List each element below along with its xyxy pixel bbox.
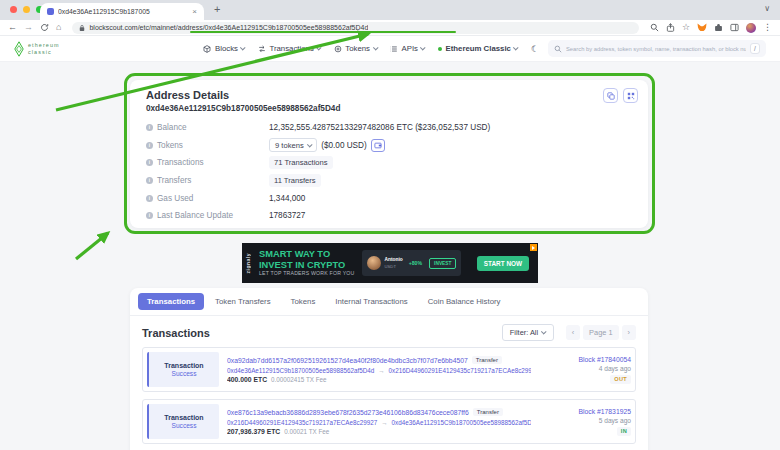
tx-type-badge: Transfer — [473, 408, 503, 416]
tokens-dropdown[interactable]: 9 tokens — [269, 138, 317, 152]
back-button[interactable]: ← — [8, 23, 17, 32]
pagination: ‹ Page 1 › — [566, 325, 636, 340]
site-header: ethereum classic Blocks Transactions Tok… — [0, 36, 780, 62]
metamask-extension-button[interactable] — [697, 23, 707, 32]
ad-cta-button[interactable]: START NOW — [477, 256, 529, 271]
network-status-dot — [438, 47, 442, 51]
tx-to-link[interactable]: 0x216D44960291E4129435c719217a7ECAe8c299… — [389, 367, 531, 374]
address-hash: 0xd4e36Ae112915C9b18700505ee58988562af5D… — [146, 104, 632, 113]
transfers-count-badge[interactable]: 11 Transfers — [269, 174, 321, 187]
dark-mode-toggle[interactable]: ☾ — [531, 44, 539, 54]
info-icon — [146, 177, 153, 184]
tokens-usd-value: ($0.00 USD) — [321, 141, 367, 150]
copy-address-button[interactable] — [603, 88, 618, 103]
nav-tokens-label: Tokens — [345, 44, 370, 53]
arrow-right-icon: → — [378, 367, 384, 374]
extensions-button[interactable] — [714, 23, 723, 32]
ad-invest-button[interactable]: INVEST — [429, 258, 456, 269]
transaction-row[interactable]: Transaction Success 0xa92dab7dd6157a2f06… — [142, 347, 636, 392]
site-logo-text: ethereum classic — [28, 42, 60, 56]
tab-close-icon[interactable]: × — [192, 8, 197, 16]
search-placeholder: Search by address, token symbol, name, t… — [566, 46, 746, 52]
tab-token-transfers[interactable]: Token Transfers — [206, 293, 279, 310]
direction-badge-in: IN — [617, 427, 631, 436]
transactions-count-badge[interactable]: 71 Transactions — [269, 156, 333, 169]
chevron-down-icon — [307, 142, 312, 147]
trader-name: Antonio — [385, 257, 403, 263]
browser-tab[interactable]: 0xd4e36Ae112915C9b187005 × — [40, 3, 204, 20]
transaction-meta: Block #17831925 5 days ago IN — [539, 404, 631, 439]
ad-banner[interactable]: zignaly SMART WAY TO INVEST IN CRYPTO LE… — [242, 243, 538, 283]
transaction-row[interactable]: Transaction Success 0xe876c13a9ebacb3688… — [142, 399, 636, 444]
tx-type-badge: Transfer — [472, 356, 502, 364]
ad-choices-icon[interactable] — [530, 244, 537, 251]
tx-hash-link[interactable]: 0xe876c13a9ebacb36886d2893ebe678f2635d27… — [227, 409, 469, 416]
transaction-type-tile: Transaction Success — [147, 404, 219, 439]
qr-code-button[interactable] — [623, 88, 638, 103]
list-icon — [390, 45, 398, 53]
arrow-right-icon: → — [381, 419, 387, 426]
tx-to-link[interactable]: 0xd4e36Ae112915C9b18700505ee58988562af5D… — [392, 419, 531, 426]
next-page-button[interactable]: › — [622, 325, 636, 340]
forward-button[interactable]: → — [24, 23, 33, 32]
tab-coin-balance-history[interactable]: Coin Balance History — [419, 293, 510, 310]
tab-search-chevron-icon[interactable]: ∨ — [764, 4, 770, 13]
balance-label: Balance — [157, 123, 187, 132]
gas-used-label: Gas Used — [157, 194, 193, 203]
lock-icon — [79, 24, 85, 32]
annotation-arrow-to-card — [76, 233, 108, 259]
home-button[interactable]: ⌂ — [56, 23, 61, 32]
transfers-label: Transfers — [157, 176, 191, 185]
nav-tokens[interactable]: Tokens — [334, 44, 377, 53]
tx-fee: 0.00002415 TX Fee — [271, 376, 327, 383]
block-link[interactable]: Block #17840054 — [578, 356, 631, 363]
wallet-button[interactable] — [371, 139, 385, 152]
tab-internal-transactions[interactable]: Internal Transactions — [326, 293, 416, 310]
tab-tokens[interactable]: Tokens — [282, 293, 325, 310]
bookmark-button[interactable]: ☆ — [682, 23, 690, 32]
reload-button[interactable] — [40, 23, 49, 32]
reload-icon — [40, 23, 49, 32]
tx-from-link[interactable]: 0x216D44960291E4129435c719217a7ECAe8c299… — [227, 419, 377, 426]
site-logo[interactable]: ethereum classic — [14, 41, 60, 57]
screenshot-root: 0xd4e36Ae112915C9b187005 × + ∨ ← → ⌂ blo… — [0, 0, 780, 450]
transfers-row: Transfers 11 Transfers — [146, 172, 632, 190]
share-button[interactable] — [666, 23, 675, 32]
metamask-fox-icon — [697, 23, 707, 32]
side-panel-button[interactable] — [730, 23, 739, 32]
tx-hash-link[interactable]: 0xa92dab7dd6157a2f0692519261527d4ea40f2f… — [227, 357, 468, 364]
block-link[interactable]: Block #17831925 — [578, 408, 631, 415]
window-minimize-button[interactable] — [23, 6, 30, 13]
browser-tab-strip: 0xd4e36Ae112915C9b187005 × + ∨ — [0, 0, 780, 20]
search-icon — [554, 45, 562, 53]
tx-from-link[interactable]: 0xd4e36Ae112915C9b18700505ee58988562af5D… — [227, 367, 374, 374]
ad-subline: LET TOP TRADERS WORK FOR YOU — [259, 271, 355, 277]
tab-transactions[interactable]: Transactions — [138, 293, 204, 310]
page-indicator[interactable]: Page 1 — [583, 325, 618, 340]
balance-row: Balance 12,352,555.428752133297482086 ET… — [146, 119, 632, 137]
filter-dropdown[interactable]: Filter: All — [502, 324, 554, 341]
cube-icon — [203, 45, 211, 53]
search-icon — [650, 23, 659, 32]
window-close-button[interactable] — [10, 6, 17, 13]
direction-badge-out: OUT — [610, 375, 631, 384]
network-selector[interactable]: Ethereum Classic — [438, 44, 518, 53]
share-icon — [666, 23, 675, 32]
address-detail-rows: Balance 12,352,555.428752133297482086 ET… — [146, 119, 632, 225]
browser-menu-button[interactable]: ⋮ — [763, 23, 772, 32]
transactions-label: Transactions — [157, 158, 204, 167]
nav-transactions-label: Transactions — [269, 44, 313, 53]
nav-apis[interactable]: APIs — [390, 44, 425, 53]
browser-toolbar: ← → ⌂ blockscout.com/etc/mainnet/address… — [0, 20, 780, 36]
nav-transactions[interactable]: Transactions — [258, 44, 321, 53]
trader-pair: USDT — [385, 264, 403, 269]
new-tab-button[interactable]: + — [214, 3, 220, 15]
browser-profile-avatar[interactable] — [746, 23, 756, 33]
transaction-summary: 0xa92dab7dd6157a2f0692519261527d4ea40f2f… — [227, 352, 531, 387]
nav-blocks[interactable]: Blocks — [203, 44, 244, 53]
side-search-button[interactable] — [650, 23, 659, 32]
prev-page-button[interactable]: ‹ — [566, 325, 580, 340]
search-input[interactable]: Search by address, token symbol, name, t… — [548, 40, 766, 57]
tokens-row: Tokens 9 tokens ($0.00 USD) — [146, 137, 632, 155]
tx-amount: 400.000 ETC — [227, 376, 267, 383]
